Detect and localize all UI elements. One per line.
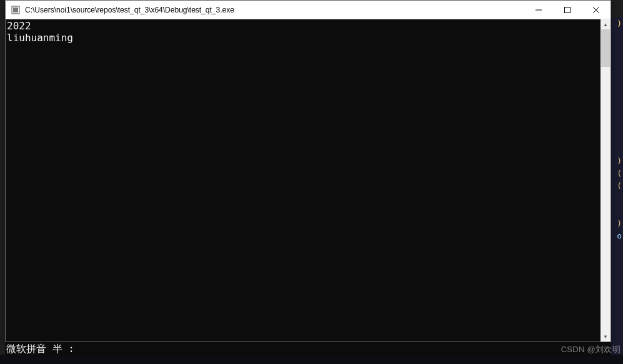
application-icon <box>11 5 21 15</box>
titlebar[interactable]: C:\Users\noi1\source\repos\test_qt_3\x64… <box>6 1 611 19</box>
console-window: C:\Users\noi1\source\repos\test_qt_3\x64… <box>5 0 611 342</box>
bg-punct: o <box>611 230 623 242</box>
vertical-scrollbar[interactable]: ▲ ▼ <box>601 19 611 342</box>
console-line: liuhuanming <box>7 32 73 44</box>
ime-status-bar: 微软拼音 半 : <box>5 342 611 356</box>
window-controls <box>524 1 611 19</box>
background-editor-bottom <box>0 355 623 364</box>
scroll-down-arrow-icon[interactable]: ▼ <box>601 332 611 342</box>
close-button[interactable] <box>582 1 611 19</box>
svg-rect-1 <box>13 7 18 12</box>
scroll-thumb[interactable] <box>601 29 610 67</box>
background-editor-strip: ) ) ( ( ) o <box>611 17 623 355</box>
bg-punct: ) <box>611 17 623 30</box>
ime-text: 微软拼音 半 : <box>6 343 74 355</box>
bg-punct: ) <box>611 155 623 167</box>
window-title: C:\Users\noi1\source\repos\test_qt_3\x64… <box>25 6 524 14</box>
scroll-up-arrow-icon[interactable]: ▲ <box>601 19 611 29</box>
console-body: 2022 liuhuanming ▲ ▼ <box>6 19 611 342</box>
bg-punct: ) <box>611 217 623 230</box>
svg-rect-3 <box>565 7 571 13</box>
bg-punct: ( <box>611 167 623 180</box>
watermark: CSDN @刘欢明 <box>561 344 621 355</box>
minimize-button[interactable] <box>524 1 553 19</box>
maximize-button[interactable] <box>553 1 582 19</box>
console-line: 2022 <box>7 20 31 32</box>
console-output[interactable]: 2022 liuhuanming <box>6 19 601 342</box>
bg-punct: ( <box>611 180 623 192</box>
